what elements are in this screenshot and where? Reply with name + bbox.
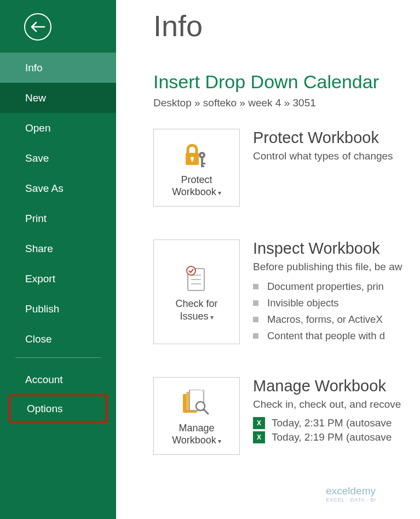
arrow-left-icon [31,21,45,32]
bullet-square-icon [253,333,258,339]
svg-rect-6 [201,163,205,164]
bullet-text: Document properties, prin [267,281,384,293]
sidebar-item-share[interactable]: Share [0,233,116,264]
check-for-issues-button[interactable]: Check for Issues▾ [153,239,240,344]
manage-desc: Check in, check out, and recove [253,398,420,410]
svg-rect-7 [201,166,204,167]
chevron-down-icon: ▾ [210,313,214,321]
sidebar-item-print[interactable]: Print [0,203,116,233]
checklist-doc-icon [182,265,211,293]
sidebar-item-new[interactable]: New [0,83,116,113]
sidebar-separator [15,357,101,358]
nav-label: Publish [25,303,59,315]
inspect-section: Check for Issues▾ Inspect Workbook Befor… [153,239,420,344]
breadcrumb: Desktop » softeko » week 4 » 3051 [153,97,420,109]
version-text: Today, 2:31 PM (autosave [272,417,392,429]
bullet-square-icon [253,317,258,322]
button-label: Protect Workbook [172,174,216,198]
lock-key-icon [181,142,212,168]
inspect-bullet-list: Document properties, prin Invisible obje… [253,278,420,344]
list-item: Macros, forms, or ActiveX [253,311,420,328]
bullet-square-icon [253,300,258,306]
manage-section: Manage Workbook▾ Manage Workbook Check i… [153,377,420,455]
version-text: Today, 2:19 PM (autosave [272,431,392,443]
page-title: Info [153,9,420,43]
excel-file-icon [253,431,265,443]
bullet-square-icon [253,284,258,289]
main-panel: Info Insert Drop Down Calendar Desktop »… [116,0,420,519]
version-row[interactable]: Today, 2:31 PM (autosave [253,416,420,430]
nav-label: Close [25,333,52,345]
nav-label: Account [25,374,63,386]
protect-workbook-button[interactable]: Protect Workbook▾ [153,129,240,207]
sidebar-item-info[interactable]: Info [0,53,116,83]
svg-line-17 [204,409,208,414]
sidebar-item-export[interactable]: Export [0,264,116,294]
sidebar-item-account[interactable]: Account [0,364,116,395]
watermark-brand: exceldemy [326,485,376,497]
protect-heading: Protect Workbook [253,129,420,147]
bullet-text: Content that people with d [267,330,385,342]
protect-section: Protect Workbook▾ Protect Workbook Contr… [153,129,420,207]
sidebar-item-close[interactable]: Close [0,324,116,354]
chevron-down-icon: ▾ [218,189,221,197]
bullet-text: Invisible objects [267,297,339,309]
nav-label: Share [25,243,53,255]
inspect-heading: Inspect Workbook [253,239,420,258]
nav-label: New [25,92,46,104]
svg-point-12 [187,266,195,275]
bullet-text: Macros, forms, or ActiveX [267,313,383,326]
sidebar-item-save[interactable]: Save [0,143,116,173]
nav-label: Info [25,62,43,74]
watermark-sub: EXCEL · DATA · BI [326,497,376,503]
list-item: Invisible objects [253,295,420,311]
protect-desc: Control what types of changes [253,150,420,162]
nav-label: Save As [25,182,64,195]
nav-label: Open [25,122,50,134]
list-item: Content that people with d [253,328,420,344]
excel-file-icon [253,417,265,429]
manage-workbook-button[interactable]: Manage Workbook▾ [153,377,240,455]
list-item: Document properties, prin [253,278,420,295]
button-label: Manage Workbook [172,423,216,446]
back-button[interactable] [24,13,51,41]
nav-label: Save [25,152,49,164]
chevron-down-icon: ▾ [218,437,221,445]
svg-point-4 [201,154,203,156]
document-title: Insert Drop Down Calendar [153,71,420,93]
backstage-sidebar: Info New Open Save Save As Print Share E… [0,0,116,519]
nav-label: Options [27,403,62,415]
watermark: exceldemy EXCEL · DATA · BI [326,485,376,503]
sidebar-item-options[interactable]: Options [9,395,107,423]
nav-label: Export [25,273,55,285]
manage-heading: Manage Workbook [253,377,420,395]
nav-label: Print [25,213,47,225]
inspect-desc: Before publishing this file, be aw [253,261,420,273]
sidebar-item-open[interactable]: Open [0,113,116,143]
version-row[interactable]: Today, 2:19 PM (autosave [253,430,420,444]
sidebar-item-publish[interactable]: Publish [0,294,116,324]
svg-rect-2 [192,158,193,162]
sidebar-item-save-as[interactable]: Save As [0,173,116,203]
doc-stack-magnify-icon [181,390,212,417]
